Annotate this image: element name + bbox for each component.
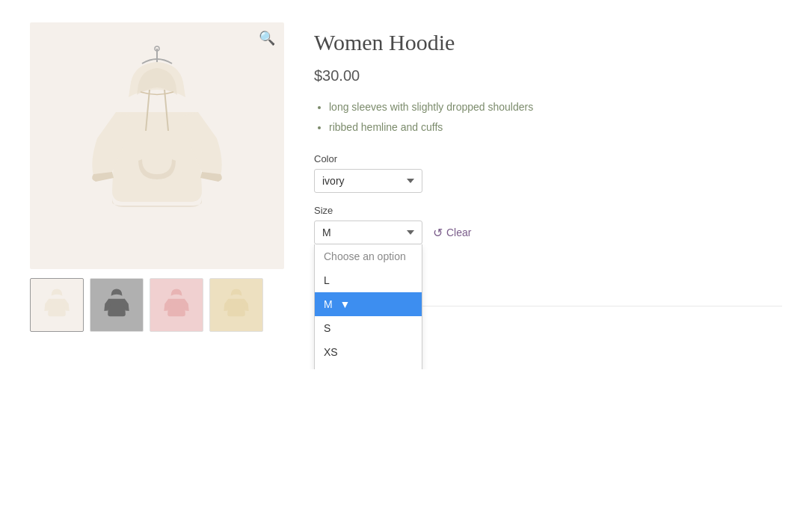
main-image-container: 🔍 [30, 22, 284, 269]
thumbnail-pink[interactable] [150, 278, 203, 332]
product-features-list: long sleeves with slightly dropped shoul… [314, 99, 782, 135]
color-label: Color [314, 153, 782, 164]
size-field-group: Size Choose an option L M S XS XXL Choos… [314, 205, 782, 244]
page-wrapper: 🔍 [0, 0, 812, 369]
size-label: Size [314, 205, 782, 216]
dropdown-option-XS[interactable]: XS [315, 340, 422, 364]
size-dropdown-open: Choose an option L M ▼ S XS XXL [314, 244, 422, 369]
thumbnail-gray[interactable] [90, 278, 144, 332]
feature-1: long sleeves with slightly dropped shoul… [329, 99, 782, 115]
clear-label: Clear [446, 226, 471, 238]
thumbnail-ivory[interactable] [30, 278, 84, 332]
size-row: Choose an option L M S XS XXL Choose an … [314, 221, 782, 244]
thumbnail-list [30, 278, 284, 332]
dropdown-option-S[interactable]: S [315, 316, 422, 340]
thumb-pink-img [158, 285, 195, 326]
main-product-image [75, 41, 239, 250]
dropdown-option-placeholder[interactable]: Choose an option [315, 244, 422, 268]
feature-2: ribbed hemline and cuffs [329, 120, 782, 135]
thumb-cream-img [218, 285, 255, 326]
size-select[interactable]: Choose an option L M S XS XXL [314, 221, 422, 244]
zoom-icon[interactable]: 🔍 [259, 30, 275, 46]
thumb-gray-img [98, 285, 135, 326]
thumbnail-cream[interactable] [209, 278, 263, 332]
dropdown-option-XXL[interactable]: XXL [315, 364, 422, 369]
color-field-group: Color ivory gray pink cream [314, 153, 782, 193]
color-select[interactable]: ivory gray pink cream [314, 169, 422, 193]
size-dropdown-container: Choose an option L M S XS XXL Choose an … [314, 221, 422, 244]
refresh-icon: ↺ [433, 226, 443, 240]
dropdown-option-L[interactable]: L [315, 268, 422, 292]
product-image-column: 🔍 [30, 22, 284, 347]
product-details-column: Women Hoodie $30.00 long sleeves with sl… [314, 22, 782, 347]
product-price: $30.00 [314, 67, 782, 84]
dropdown-option-M[interactable]: M ▼ [315, 292, 422, 316]
clear-button[interactable]: ↺ Clear [433, 226, 471, 240]
product-title: Women Hoodie [314, 30, 782, 55]
thumb-ivory-img [38, 285, 76, 326]
